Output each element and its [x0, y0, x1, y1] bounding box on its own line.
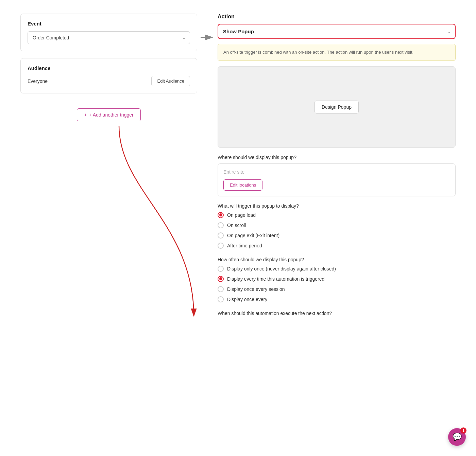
design-popup-button[interactable]: Design Popup — [314, 101, 359, 113]
trigger-option-time[interactable]: After time period — [218, 243, 456, 249]
radio-icon-session — [218, 286, 224, 292]
location-question: Where should we display this popup? — [218, 155, 456, 160]
event-select-value: Order Completed — [33, 35, 69, 40]
edit-audience-button[interactable]: Edit Audience — [151, 76, 190, 86]
left-panel: Event Order Completed ⌄ Audience Everyon… — [20, 14, 197, 121]
trigger-radio-group: On page load On scroll On page exit (Exi… — [218, 212, 456, 249]
radio-icon-page-load — [218, 212, 224, 218]
radio-icon-time — [218, 243, 224, 249]
radio-icon-once — [218, 266, 224, 272]
trigger-label-exit: On page exit (Exit intent) — [227, 233, 279, 238]
frequency-option-every-time[interactable]: Display every time this automation is tr… — [218, 276, 456, 282]
event-label: Event — [28, 21, 190, 27]
trigger-option-scroll[interactable]: On scroll — [218, 222, 456, 228]
entire-site-placeholder: Entire site — [223, 169, 450, 175]
frequency-label-custom: Display once every — [227, 297, 267, 302]
action-select[interactable]: Show Popup ⌄ — [218, 24, 456, 39]
chat-badge: 1 — [460, 427, 466, 434]
frequency-option-session[interactable]: Display once every session — [218, 286, 456, 292]
frequency-option-once[interactable]: Display only once (never display again a… — [218, 266, 456, 272]
frequency-radio-group: Display only once (never display again a… — [218, 266, 456, 302]
chat-bubble[interactable]: 💬 1 — [448, 428, 466, 446]
event-select[interactable]: Order Completed ⌄ — [28, 31, 190, 44]
info-message: An off-site trigger is combined with an … — [218, 44, 456, 61]
trigger-option-page-load[interactable]: On page load — [218, 212, 456, 218]
chevron-down-icon: ⌄ — [182, 35, 186, 40]
trigger-label-scroll: On scroll — [227, 223, 246, 228]
edit-locations-button[interactable]: Edit locations — [223, 179, 262, 191]
audience-value: Everyone — [28, 78, 48, 84]
frequency-label-every-time: Display every time this automation is tr… — [227, 276, 324, 282]
plus-icon: + — [84, 112, 87, 118]
radio-icon-every-time — [218, 276, 224, 282]
add-trigger-label: + Add another trigger — [89, 112, 134, 118]
right-panel: Action Show Popup ⌄ An off-site trigger … — [218, 14, 456, 319]
radio-icon-scroll — [218, 222, 224, 228]
action-select-value: Show Popup — [223, 29, 254, 34]
radio-icon-custom — [218, 296, 224, 302]
chat-icon: 💬 — [453, 433, 462, 441]
arrow-connector — [197, 14, 218, 44]
action-title: Action — [218, 14, 456, 20]
audience-label: Audience — [28, 65, 190, 71]
trigger-option-exit[interactable]: On page exit (Exit intent) — [218, 232, 456, 239]
frequency-option-custom[interactable]: Display once every — [218, 296, 456, 302]
event-section: Event Order Completed ⌄ — [20, 14, 197, 51]
audience-row: Everyone Edit Audience — [28, 76, 190, 86]
next-action-question: When should this automation execute the … — [218, 311, 456, 316]
popup-preview: Design Popup — [218, 66, 456, 148]
trigger-label-time: After time period — [227, 243, 262, 248]
trigger-label-page-load: On page load — [227, 212, 256, 218]
frequency-label-session: Display once every session — [227, 286, 285, 292]
trigger-question: What will trigger this popup to display? — [218, 203, 456, 209]
audience-section: Audience Everyone Edit Audience — [20, 58, 197, 93]
frequency-label-once: Display only once (never display again a… — [227, 266, 336, 271]
location-box: Entire site Edit locations — [218, 163, 456, 196]
add-trigger-button[interactable]: + + Add another trigger — [77, 108, 140, 121]
radio-icon-exit — [218, 232, 224, 239]
frequency-question: How often should we display this popup? — [218, 257, 456, 262]
chevron-down-icon: ⌄ — [447, 29, 451, 34]
